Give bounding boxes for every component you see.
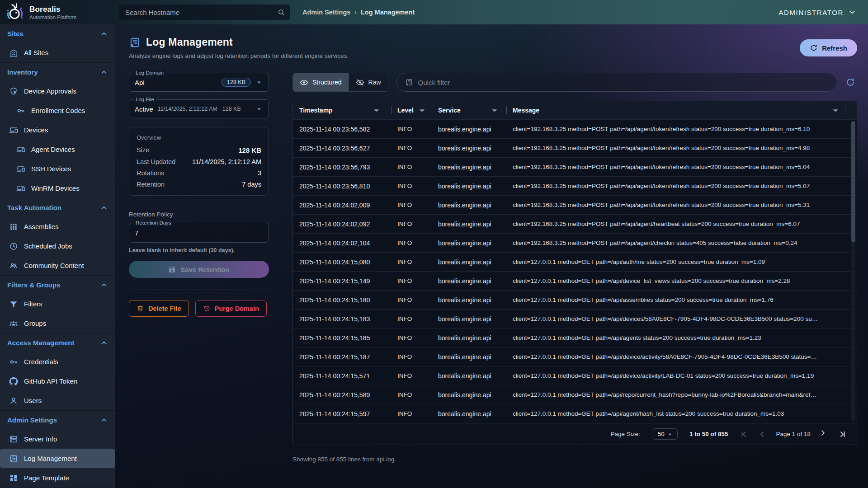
caret-down-icon	[667, 431, 673, 437]
breadcrumb: Admin Settings › Log Management	[302, 9, 415, 16]
first-page-icon[interactable]	[740, 430, 749, 439]
sidebar-item-users[interactable]: Users	[0, 391, 115, 410]
page-size-select[interactable]: 50	[652, 428, 678, 440]
sidebar-section-admin-settings[interactable]: Admin Settings	[0, 411, 115, 429]
sidebar-item-groups[interactable]: Groups	[0, 314, 115, 333]
search-input[interactable]	[125, 9, 277, 16]
column-header-service[interactable]: Service	[432, 101, 506, 119]
eye-off-icon	[356, 78, 364, 87]
table-row[interactable]: 2025-11-14 00:24:02,009INFOborealis.engi…	[293, 195, 857, 214]
sidebar-section-task-automation[interactable]: Task Automation	[0, 198, 115, 217]
table-row[interactable]: 2025-11-14 00:24:02,104INFOborealis.engi…	[293, 233, 857, 252]
sidebar-item-scheduled-jobs[interactable]: Scheduled Jobs	[0, 236, 115, 256]
sidebar-item-winrm-devices[interactable]: WinRM Devices	[0, 178, 115, 198]
sidebar: SitesAll SitesInventoryDevice ApprovalsE…	[0, 24, 115, 488]
chevron-up-icon	[100, 68, 108, 76]
sidebar-item-enrollment-codes[interactable]: Enrollment Codes	[0, 101, 115, 120]
sidebar-section-sites[interactable]: Sites	[0, 24, 115, 43]
sidebar-item-github-api-token[interactable]: GitHub API Token	[0, 371, 115, 391]
filter-icon[interactable]	[491, 107, 498, 114]
refresh-icon	[810, 44, 818, 52]
sidebar-item-server-info[interactable]: Server Info	[0, 429, 115, 449]
sidebar-section-filters-groups[interactable]: Filters & Groups	[0, 276, 115, 294]
person-icon	[9, 396, 18, 405]
overview-card: Overview Size128 KBLast Updated11/14/202…	[129, 127, 269, 196]
table-row[interactable]: 2025-11-14 00:23:56,793INFOborealis.engi…	[293, 157, 857, 176]
breadcrumb-admin-settings[interactable]: Admin Settings	[302, 9, 350, 16]
funnel-icon	[9, 300, 18, 309]
filter-icon[interactable]	[373, 107, 380, 114]
log-viewer-panel: Structured Raw Timestamp	[292, 73, 857, 463]
log-domain-select[interactable]: Log Domain Api 128 KB	[129, 73, 269, 92]
table-row[interactable]: 2025-11-14 00:24:15,185INFOborealis.engi…	[293, 328, 857, 347]
table-row[interactable]: 2025-11-14 00:24:15,149INFOborealis.engi…	[293, 271, 857, 290]
sidebar-item-devices[interactable]: Devices	[0, 120, 115, 140]
table-row[interactable]: 2025-11-14 00:23:56,627INFOborealis.engi…	[293, 138, 857, 157]
sidebar-item-community-content[interactable]: Community Content	[0, 256, 115, 275]
table-row[interactable]: 2025-11-14 00:24:15,180INFOborealis.engi…	[293, 290, 857, 309]
next-page-icon[interactable]	[820, 430, 829, 439]
last-page-icon[interactable]	[838, 430, 847, 439]
structured-view-toggle[interactable]: Structured	[293, 73, 349, 91]
delete-file-label: Delete File	[148, 305, 181, 312]
chevron-up-icon	[100, 204, 108, 212]
sidebar-item-page-template[interactable]: Page Template	[0, 468, 115, 488]
sidebar-item-device-approvals[interactable]: Device Approvals	[0, 81, 115, 101]
key-icon	[9, 357, 18, 366]
chevron-up-icon	[100, 339, 108, 347]
sidebar-section-access-management[interactable]: Access Management	[0, 333, 115, 352]
page-title: Log Management	[146, 36, 233, 48]
search-icon	[277, 8, 285, 16]
save-retention-button[interactable]: Save Retention	[129, 261, 269, 278]
sidebar-item-agent-devices[interactable]: Agent Devices	[0, 140, 115, 159]
refresh-button[interactable]: Refresh	[800, 39, 857, 56]
user-menu[interactable]: ADMINISTRATOR	[778, 8, 856, 16]
table-row[interactable]: 2025-11-14 00:24:15,187INFOborealis.engi…	[293, 347, 857, 366]
sidebar-item-ssh-devices[interactable]: SSH Devices	[0, 159, 115, 178]
server-icon	[9, 435, 18, 444]
table-row[interactable]: 2025-11-14 00:24:15,183INFOborealis.engi…	[293, 309, 857, 328]
column-header-timestamp[interactable]: Timestamp	[293, 101, 391, 119]
log-domain-panel: Log Domain Api 128 KB Log File Active 11…	[129, 73, 269, 463]
delete-file-button[interactable]: Delete File	[129, 300, 189, 317]
column-header-message[interactable]: Message	[506, 101, 845, 119]
log-domain-label: Log Domain	[133, 70, 166, 76]
sidebar-item-credentials[interactable]: Credentials	[0, 352, 115, 371]
filter-icon[interactable]	[418, 107, 426, 114]
table-row[interactable]: 2025-11-14 00:23:56,810INFOborealis.engi…	[293, 176, 857, 195]
sidebar-item-all-sites[interactable]: All Sites	[0, 43, 115, 62]
eye-icon	[300, 78, 308, 87]
scrollbar-thumb[interactable]	[851, 121, 855, 242]
prev-page-icon[interactable]	[758, 430, 767, 439]
column-header-level[interactable]: Level	[391, 101, 432, 119]
retention-days-field[interactable]: Retention Days	[129, 223, 269, 243]
sidebar-section-inventory[interactable]: Inventory	[0, 63, 115, 81]
purge-domain-button[interactable]: Purge Domain	[195, 300, 267, 317]
table-row[interactable]: 2025-11-14 00:24:15,589INFOborealis.engi…	[293, 385, 857, 404]
groups-icon	[9, 319, 18, 328]
hostname-searchbox[interactable]	[119, 5, 290, 20]
table-scrollbar[interactable]	[851, 121, 855, 421]
raw-view-toggle[interactable]: Raw	[349, 73, 388, 91]
grid-icon	[9, 222, 18, 231]
retention-days-input[interactable]	[135, 229, 263, 237]
filter-icon[interactable]	[832, 107, 840, 114]
log-file-select[interactable]: Log File Active 11/14/2025, 2:12:12 AM ·…	[129, 99, 269, 118]
table-row[interactable]: 2025-11-14 00:23:56,582INFOborealis.engi…	[293, 119, 857, 138]
sidebar-item-log-management[interactable]: Log Management	[0, 449, 115, 468]
breadcrumb-log-management[interactable]: Log Management	[361, 9, 415, 16]
sidebar-item-assemblies[interactable]: Assemblies	[0, 217, 115, 236]
table-body: 2025-11-14 00:23:56,582INFOborealis.engi…	[293, 119, 857, 423]
quick-filter-box[interactable]	[396, 73, 837, 92]
table-row[interactable]: 2025-11-14 00:24:02,092INFOborealis.engi…	[293, 214, 857, 233]
table-row[interactable]: 2025-11-14 00:24:15,080INFOborealis.engi…	[293, 252, 857, 271]
table-row[interactable]: 2025-11-14 00:24:15,571INFOborealis.engi…	[293, 366, 857, 385]
top-bar: Borealis Automation Platform Admin Setti…	[0, 0, 868, 24]
sidebar-item-filters[interactable]: Filters	[0, 294, 115, 314]
pagination-bar: Page Size: 50 1 to 50 of 855 Page 1 of 1…	[293, 423, 857, 445]
brand-name: Borealis	[29, 5, 76, 14]
retention-days-label: Retention Days	[133, 220, 174, 226]
reload-logs-icon[interactable]	[845, 77, 855, 87]
quick-filter-input[interactable]	[418, 79, 829, 86]
table-row[interactable]: 2025-11-14 00:24:15,597INFOborealis.engi…	[293, 404, 857, 423]
